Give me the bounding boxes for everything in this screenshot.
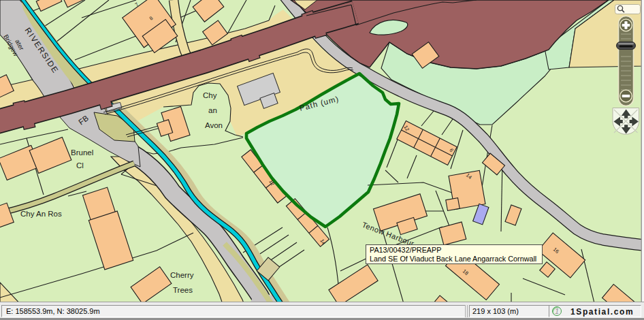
svg-text:Brunel: Brunel <box>71 148 93 157</box>
svg-text:PA13/00432/PREAPP: PA13/00432/PREAPP <box>370 246 441 254</box>
svg-text:Chy An Ros: Chy An Ros <box>20 210 62 218</box>
svg-text:Cherry: Cherry <box>170 271 194 279</box>
svg-text:Chy: Chy <box>203 91 217 99</box>
svg-text:Trees: Trees <box>173 286 193 294</box>
svg-text:Avon: Avon <box>205 121 223 129</box>
svg-text:Cl: Cl <box>76 161 84 170</box>
svg-text:Land SE Of Viaduct Back Lane A: Land SE Of Viaduct Back Lane Angarrack C… <box>370 255 536 263</box>
svg-text:an: an <box>208 106 217 114</box>
